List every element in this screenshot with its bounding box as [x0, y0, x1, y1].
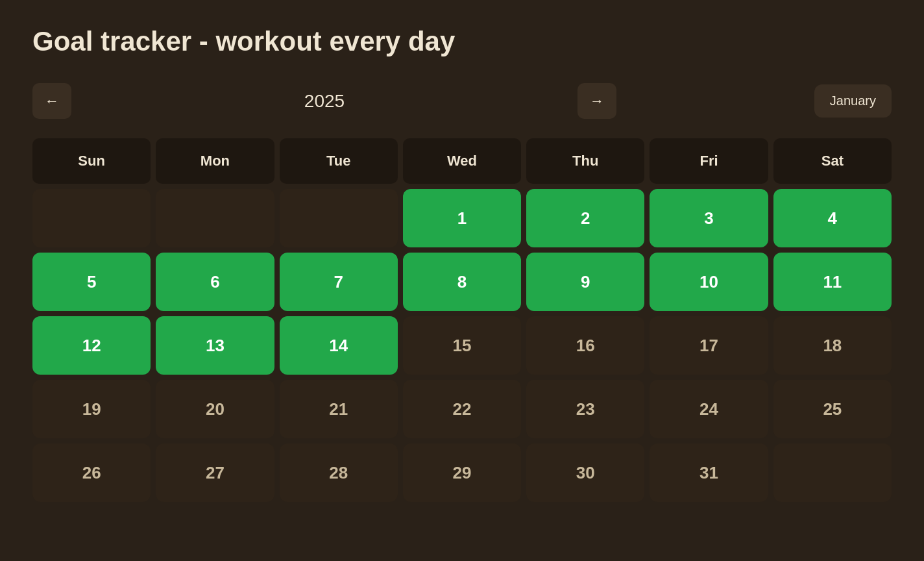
calendar-header: ← 2025 → January: [32, 83, 892, 119]
weekday-header-wed: Wed: [403, 138, 521, 184]
day-cell-28[interactable]: 28: [280, 443, 398, 502]
weekday-header-sat: Sat: [773, 138, 892, 184]
day-cell-27[interactable]: 27: [156, 443, 274, 502]
day-cell-4[interactable]: 4: [773, 189, 892, 247]
year-display: 2025: [84, 91, 565, 112]
day-cell-5[interactable]: 5: [32, 253, 151, 311]
day-cell-1[interactable]: 1: [403, 189, 521, 247]
day-cell-empty: [156, 189, 274, 247]
weekday-header-fri: Fri: [650, 138, 768, 184]
day-cell-21[interactable]: 21: [280, 380, 398, 438]
day-cell-24[interactable]: 24: [650, 380, 768, 438]
day-cell-26[interactable]: 26: [32, 443, 151, 502]
page-title: Goal tracker - workout every day: [32, 26, 892, 57]
day-cell-15[interactable]: 15: [403, 316, 521, 375]
day-cell-empty: [773, 443, 892, 502]
day-cell-2[interactable]: 2: [526, 189, 644, 247]
day-cell-7[interactable]: 7: [280, 253, 398, 311]
day-cell-14[interactable]: 14: [280, 316, 398, 375]
day-cell-29[interactable]: 29: [403, 443, 521, 502]
weekday-header-mon: Mon: [156, 138, 274, 184]
day-cell-10[interactable]: 10: [650, 253, 768, 311]
weekday-header-tue: Tue: [280, 138, 398, 184]
day-cell-empty: [32, 189, 151, 247]
weekday-header-sun: Sun: [32, 138, 151, 184]
day-cell-23[interactable]: 23: [526, 380, 644, 438]
day-cell-31[interactable]: 31: [650, 443, 768, 502]
day-cell-18[interactable]: 18: [773, 316, 892, 375]
day-cell-17[interactable]: 17: [650, 316, 768, 375]
weekday-header-thu: Thu: [526, 138, 644, 184]
day-cell-19[interactable]: 19: [32, 380, 151, 438]
day-cell-6[interactable]: 6: [156, 253, 274, 311]
day-cell-8[interactable]: 8: [403, 253, 521, 311]
prev-year-button[interactable]: ←: [32, 83, 71, 119]
month-selector-button[interactable]: January: [814, 84, 892, 118]
day-cell-16[interactable]: 16: [526, 316, 644, 375]
day-cell-empty: [280, 189, 398, 247]
day-cell-22[interactable]: 22: [403, 380, 521, 438]
day-cell-13[interactable]: 13: [156, 316, 274, 375]
day-cell-20[interactable]: 20: [156, 380, 274, 438]
day-cell-9[interactable]: 9: [526, 253, 644, 311]
day-cell-3[interactable]: 3: [650, 189, 768, 247]
day-cell-12[interactable]: 12: [32, 316, 151, 375]
day-cell-25[interactable]: 25: [773, 380, 892, 438]
day-cell-30[interactable]: 30: [526, 443, 644, 502]
calendar-grid: SunMonTueWedThuFriSat1234567891011121314…: [32, 138, 892, 502]
day-cell-11[interactable]: 11: [773, 253, 892, 311]
next-year-button[interactable]: →: [578, 83, 616, 119]
